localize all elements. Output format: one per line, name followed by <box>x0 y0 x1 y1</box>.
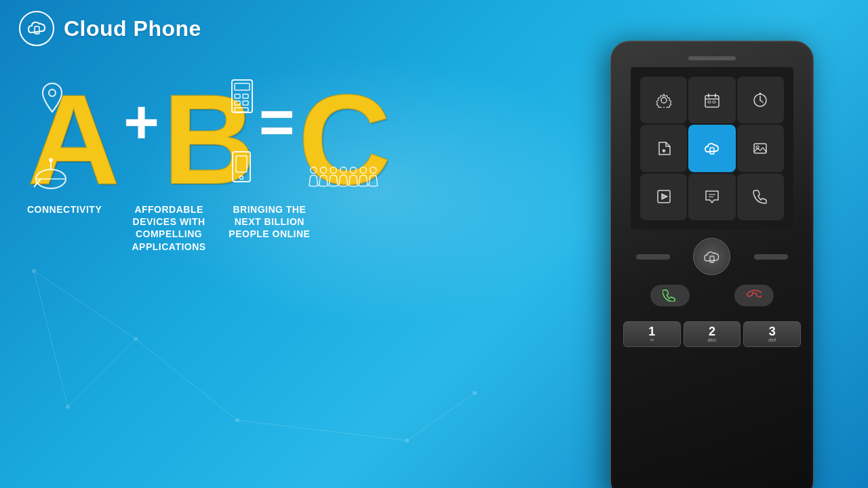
people-group-icon <box>309 163 383 193</box>
phone-screen <box>631 67 793 230</box>
svg-point-31 <box>320 167 326 173</box>
mobile-phone-icon <box>231 150 252 186</box>
key-2-letters: abc <box>708 338 717 343</box>
nav-right-line <box>754 254 788 260</box>
cloud-phone-app-icon <box>688 125 735 171</box>
svg-point-35 <box>360 167 366 173</box>
cloud-phone-logo-icon <box>26 18 47 39</box>
letter-b-block: B <box>163 75 256 203</box>
svg-rect-42 <box>708 101 711 103</box>
svg-point-34 <box>350 167 356 173</box>
gallery-icon <box>737 125 784 171</box>
phone-call-icon <box>737 174 784 220</box>
key-1[interactable]: 1 ∞ <box>623 321 681 347</box>
phone-call-buttons <box>611 279 813 312</box>
svg-rect-22 <box>235 94 240 98</box>
svg-point-17 <box>49 158 53 162</box>
clock-app-icon <box>737 77 784 123</box>
svg-rect-25 <box>243 101 248 105</box>
svg-rect-52 <box>754 144 766 153</box>
svg-rect-24 <box>235 101 240 105</box>
answer-call-button[interactable] <box>650 285 690 306</box>
add-document-icon <box>640 125 687 171</box>
main-content: A + B <box>27 75 312 474</box>
location-pin-icon <box>41 81 64 121</box>
svg-rect-21 <box>235 83 250 90</box>
phone-speaker <box>688 56 736 60</box>
nav-center-button[interactable] <box>693 238 730 275</box>
key-1-letters: ∞ <box>650 338 654 343</box>
letter-a-block: A <box>27 75 120 203</box>
nav-left-line <box>636 254 670 260</box>
svg-point-36 <box>370 167 376 173</box>
svg-rect-38 <box>705 96 719 107</box>
key-3[interactable]: 3 def <box>743 321 801 347</box>
equals-operator: = <box>259 92 295 152</box>
key-1-number: 1 <box>648 325 655 338</box>
svg-rect-43 <box>713 101 715 103</box>
svg-rect-26 <box>235 108 248 112</box>
header: Cloud Phone <box>19 11 201 46</box>
phone-nav <box>611 238 813 275</box>
svg-point-29 <box>240 176 243 180</box>
plus-operator: + <box>123 92 159 152</box>
svg-line-11 <box>407 393 475 441</box>
calculator-icon <box>229 78 256 118</box>
video-play-icon <box>640 174 687 220</box>
letter-c-block: C <box>298 75 391 203</box>
svg-point-32 <box>330 167 336 173</box>
svg-rect-57 <box>710 256 714 262</box>
satellite-icon <box>31 153 78 197</box>
svg-point-19 <box>49 89 56 96</box>
svg-point-33 <box>340 167 346 173</box>
settings-icon <box>640 77 687 123</box>
phone-device: 1 ∞ 2 abc 3 def <box>556 0 868 488</box>
svg-line-46 <box>760 100 763 102</box>
svg-rect-23 <box>243 94 248 98</box>
phone-keypad: 1 ∞ 2 abc 3 def <box>611 316 813 352</box>
key-3-letters: def <box>768 338 776 343</box>
equation-row: A + B <box>27 75 312 203</box>
logo-circle <box>19 11 54 46</box>
calendar-app-icon <box>688 77 735 123</box>
messages-icon <box>688 174 735 220</box>
end-call-button[interactable] <box>734 285 774 306</box>
svg-point-30 <box>310 167 316 173</box>
svg-point-37 <box>661 98 667 103</box>
phone-body: 1 ∞ 2 abc 3 def <box>610 41 814 488</box>
key-3-number: 3 <box>769 325 776 338</box>
key-2-number: 2 <box>709 325 715 338</box>
svg-rect-28 <box>236 156 247 172</box>
brand-title: Cloud Phone <box>64 16 201 41</box>
key-2[interactable]: 2 abc <box>684 321 741 347</box>
